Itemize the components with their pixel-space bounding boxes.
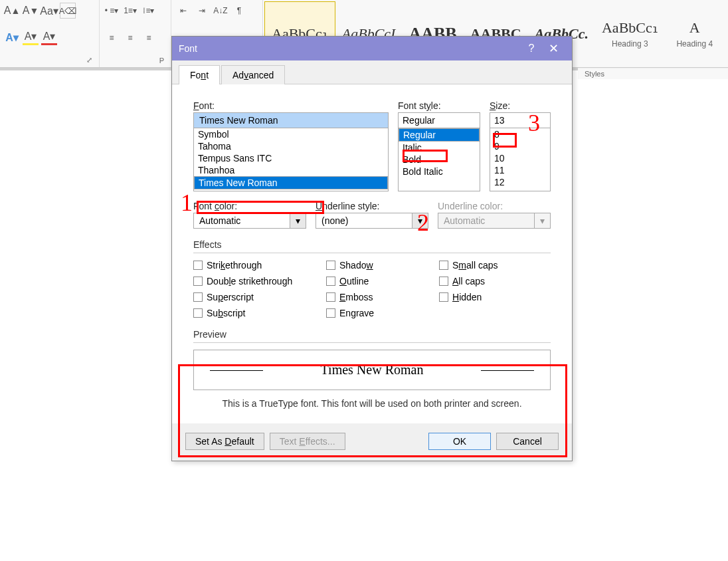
checkbox-engrave[interactable]: Engrave bbox=[326, 308, 426, 318]
list-item[interactable]: 10 bbox=[490, 152, 550, 164]
indent-decrease-icon[interactable]: ⇤ bbox=[175, 3, 191, 19]
list-item[interactable]: Italic bbox=[399, 142, 480, 154]
paragraph-group-label: P bbox=[104, 56, 167, 64]
close-icon[interactable]: ✕ bbox=[541, 41, 565, 56]
effects-grid: Strikethrough Double strikethrough Super… bbox=[193, 260, 551, 318]
font-input[interactable] bbox=[193, 112, 389, 128]
highlight-icon[interactable]: A▾ bbox=[23, 29, 39, 45]
tab-advanced[interactable]: Advanced bbox=[221, 65, 285, 84]
font-style-input[interactable] bbox=[398, 112, 480, 128]
list-item[interactable]: Regular bbox=[399, 128, 480, 142]
bullets-icon[interactable]: • ≡▾ bbox=[104, 3, 120, 19]
underline-color-label: Underline color: bbox=[438, 201, 551, 211]
font-color-select[interactable]: Automatic bbox=[193, 213, 290, 229]
chevron-down-icon[interactable]: ▾ bbox=[290, 213, 306, 229]
font-listbox[interactable]: Symbol Tahoma Tempus Sans ITC Thanhoa Ti… bbox=[193, 128, 389, 191]
checkbox-subscript[interactable]: Subscript bbox=[193, 308, 313, 318]
preview-sample: Times New Roman bbox=[321, 362, 424, 378]
grow-font-icon[interactable]: A▲ bbox=[4, 3, 20, 19]
style-heading4[interactable]: AHeading 4 bbox=[665, 1, 725, 66]
checkbox-strikethrough[interactable]: Strikethrough bbox=[193, 260, 313, 271]
show-marks-icon[interactable]: ¶ bbox=[231, 3, 247, 19]
set-default-button[interactable]: Set As Default bbox=[185, 433, 264, 450]
style-heading3[interactable]: AaBbCc₁Heading 3 bbox=[595, 1, 665, 66]
multilevel-icon[interactable]: ⁞≡▾ bbox=[141, 3, 157, 19]
underline-style-label: Underline style: bbox=[316, 201, 428, 211]
checkbox-all-caps[interactable]: All caps bbox=[439, 276, 498, 286]
list-item[interactable]: Times New Roman bbox=[194, 176, 388, 189]
underline-style-select[interactable]: (none) bbox=[316, 213, 412, 229]
help-icon[interactable]: ? bbox=[521, 43, 541, 55]
tab-font[interactable]: Font bbox=[179, 65, 220, 84]
list-item[interactable]: Tempus Sans ITC bbox=[194, 152, 388, 164]
dialog-button-row: Set As Default Text Effects... OK Cancel bbox=[172, 423, 572, 461]
checkbox-hidden[interactable]: Hidden bbox=[439, 292, 498, 302]
preview-box: Times New Roman bbox=[193, 350, 551, 390]
styles-group-label: Styles bbox=[578, 68, 728, 79]
checkbox-outline[interactable]: Outline bbox=[326, 276, 426, 286]
align-center-icon[interactable]: ≡ bbox=[122, 30, 138, 46]
preview-label: Preview bbox=[193, 329, 551, 340]
ok-button[interactable]: OK bbox=[428, 433, 491, 450]
size-label: Size: bbox=[490, 100, 551, 111]
size-input[interactable] bbox=[490, 112, 551, 128]
align-right-icon[interactable]: ≡ bbox=[141, 30, 157, 46]
ribbon-paragraph-group: • ≡▾ 1≡▾ ⁞≡▾ ≡ ≡ ≡ P bbox=[100, 0, 171, 67]
list-item[interactable]: Symbol bbox=[194, 128, 388, 140]
dialog-tabs: Font Advanced bbox=[172, 60, 572, 84]
font-color-label: Font color: bbox=[193, 201, 306, 211]
underline-color-select: Automatic bbox=[438, 213, 535, 229]
dialog-titlebar[interactable]: Font ? ✕ bbox=[172, 37, 572, 60]
checkbox-emboss[interactable]: Emboss bbox=[326, 292, 426, 302]
list-item[interactable]: 11 bbox=[490, 164, 550, 176]
checkbox-superscript[interactable]: Superscript bbox=[193, 292, 313, 302]
list-item[interactable]: Thanhoa bbox=[194, 164, 388, 176]
preview-description: This is a TrueType font. This font will … bbox=[193, 390, 551, 411]
dialog-title: Font bbox=[179, 43, 197, 54]
shrink-font-icon[interactable]: A▼ bbox=[23, 3, 39, 19]
indent-increase-icon[interactable]: ⇥ bbox=[194, 3, 210, 19]
list-item[interactable]: Bold bbox=[399, 154, 480, 166]
ribbon-font-group: A▲ A▼ Aa▾ A⌫ A▾ A▾ A▾ ⤢ bbox=[0, 0, 100, 67]
chevron-down-icon[interactable]: ▾ bbox=[412, 213, 428, 229]
checkbox-small-caps[interactable]: Small caps bbox=[439, 260, 498, 271]
sort-icon[interactable]: A↓Z bbox=[213, 3, 228, 19]
clear-format-icon[interactable]: A⌫ bbox=[60, 3, 76, 19]
align-left-icon[interactable]: ≡ bbox=[104, 30, 120, 46]
checkbox-double-strikethrough[interactable]: Double strikethrough bbox=[193, 276, 313, 286]
font-group-label: ⤢ bbox=[4, 56, 95, 64]
text-effect-icon[interactable]: A▾ bbox=[4, 29, 20, 45]
font-style-label: Font style: bbox=[398, 100, 480, 111]
list-item[interactable]: 9 bbox=[490, 140, 550, 152]
numbering-icon[interactable]: 1≡▾ bbox=[122, 3, 138, 19]
cancel-button[interactable]: Cancel bbox=[496, 433, 559, 450]
font-color-icon[interactable]: A▾ bbox=[41, 29, 57, 45]
tab-body: Font: Symbol Tahoma Tempus Sans ITC Than… bbox=[172, 84, 572, 423]
text-effects-button: Text Effects... bbox=[270, 433, 345, 450]
checkbox-shadow[interactable]: Shadow bbox=[326, 260, 426, 271]
list-item[interactable]: Bold Italic bbox=[399, 166, 480, 177]
effects-group-label: Effects bbox=[193, 239, 551, 250]
font-style-listbox[interactable]: Regular Italic Bold Bold Italic bbox=[398, 128, 480, 191]
size-listbox[interactable]: 8 9 10 11 12 bbox=[490, 128, 551, 191]
chevron-down-icon: ▾ bbox=[535, 213, 551, 229]
font-dialog: Font ? ✕ Font Advanced Font: Symbol Taho… bbox=[171, 36, 573, 461]
change-case-icon[interactable]: Aa▾ bbox=[41, 3, 57, 19]
list-item[interactable]: Tahoma bbox=[194, 140, 388, 152]
list-item[interactable]: 8 bbox=[490, 128, 550, 140]
list-item[interactable]: 12 bbox=[490, 176, 550, 188]
font-label: Font: bbox=[193, 100, 389, 111]
